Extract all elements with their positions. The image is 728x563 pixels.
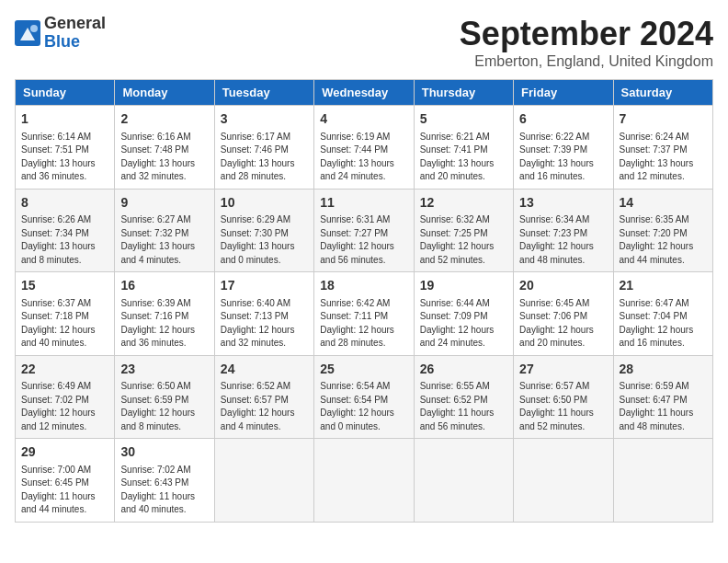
day-number: 18 <box>320 277 407 295</box>
day-number: 23 <box>120 361 208 379</box>
calendar-day-cell: 1Sunrise: 6:14 AM Sunset: 7:51 PM Daylig… <box>16 106 115 190</box>
weekday-header-row: SundayMondayTuesdayWednesdayThursdayFrid… <box>16 80 713 106</box>
calendar-table: SundayMondayTuesdayWednesdayThursdayFrid… <box>15 79 713 523</box>
calendar-day-cell <box>314 439 414 523</box>
calendar-day-cell: 17Sunrise: 6:40 AM Sunset: 7:13 PM Dayli… <box>214 272 313 356</box>
day-number: 1 <box>21 110 108 129</box>
day-info: Sunrise: 6:16 AM Sunset: 7:48 PM Dayligh… <box>120 131 208 184</box>
weekday-header-thursday: Thursday <box>414 80 513 106</box>
day-number: 13 <box>519 194 607 213</box>
day-number: 14 <box>620 194 707 213</box>
day-number: 12 <box>420 194 507 213</box>
calendar-day-cell: 15Sunrise: 6:37 AM Sunset: 7:18 PM Dayli… <box>16 272 115 356</box>
calendar-day-cell: 14Sunrise: 6:35 AM Sunset: 7:20 PM Dayli… <box>613 189 712 272</box>
calendar-day-cell: 12Sunrise: 6:32 AM Sunset: 7:25 PM Dayli… <box>414 189 513 272</box>
day-number: 11 <box>320 194 407 213</box>
day-info: Sunrise: 6:50 AM Sunset: 6:59 PM Dayligh… <box>120 380 208 433</box>
day-number: 7 <box>620 110 707 129</box>
calendar-day-cell: 11Sunrise: 6:31 AM Sunset: 7:27 PM Dayli… <box>314 189 414 272</box>
day-info: Sunrise: 6:24 AM Sunset: 7:37 PM Dayligh… <box>620 131 707 184</box>
calendar-day-cell: 8Sunrise: 6:26 AM Sunset: 7:34 PM Daylig… <box>16 189 115 272</box>
day-info: Sunrise: 6:39 AM Sunset: 7:16 PM Dayligh… <box>120 297 208 350</box>
calendar-day-cell: 28Sunrise: 6:59 AM Sunset: 6:47 PM Dayli… <box>613 355 712 439</box>
calendar-day-cell: 19Sunrise: 6:44 AM Sunset: 7:09 PM Dayli… <box>414 272 513 356</box>
calendar-week-row: 8Sunrise: 6:26 AM Sunset: 7:34 PM Daylig… <box>16 189 713 272</box>
day-number: 22 <box>21 361 108 379</box>
day-info: Sunrise: 6:59 AM Sunset: 6:47 PM Dayligh… <box>620 380 707 433</box>
day-info: Sunrise: 6:22 AM Sunset: 7:39 PM Dayligh… <box>519 131 607 184</box>
day-number: 28 <box>620 361 707 379</box>
day-info: Sunrise: 6:47 AM Sunset: 7:04 PM Dayligh… <box>620 297 707 350</box>
calendar-day-cell: 25Sunrise: 6:54 AM Sunset: 6:54 PM Dayli… <box>314 355 414 439</box>
calendar-day-cell: 13Sunrise: 6:34 AM Sunset: 7:23 PM Dayli… <box>514 189 613 272</box>
calendar-day-cell: 20Sunrise: 6:45 AM Sunset: 7:06 PM Dayli… <box>514 272 613 356</box>
day-number: 17 <box>221 277 308 295</box>
calendar-day-cell: 26Sunrise: 6:55 AM Sunset: 6:52 PM Dayli… <box>414 355 513 439</box>
day-info: Sunrise: 6:29 AM Sunset: 7:30 PM Dayligh… <box>221 213 308 267</box>
day-info: Sunrise: 6:55 AM Sunset: 6:52 PM Dayligh… <box>420 380 507 433</box>
day-info: Sunrise: 6:17 AM Sunset: 7:46 PM Dayligh… <box>221 131 308 184</box>
day-info: Sunrise: 6:40 AM Sunset: 7:13 PM Dayligh… <box>221 297 308 350</box>
calendar-day-cell: 23Sunrise: 6:50 AM Sunset: 6:59 PM Dayli… <box>115 355 214 439</box>
weekday-header-monday: Monday <box>115 80 214 106</box>
calendar-week-row: 22Sunrise: 6:49 AM Sunset: 7:02 PM Dayli… <box>16 355 713 439</box>
calendar-day-cell: 3Sunrise: 6:17 AM Sunset: 7:46 PM Daylig… <box>214 106 313 190</box>
calendar-day-cell: 27Sunrise: 6:57 AM Sunset: 6:50 PM Dayli… <box>514 355 613 439</box>
weekday-header-wednesday: Wednesday <box>314 80 414 106</box>
page-header: General Blue September 2024 Emberton, En… <box>15 15 713 70</box>
day-number: 19 <box>420 277 507 295</box>
day-number: 30 <box>120 443 208 462</box>
calendar-day-cell: 16Sunrise: 6:39 AM Sunset: 7:16 PM Dayli… <box>115 272 214 356</box>
logo-icon <box>15 20 40 46</box>
day-number: 25 <box>320 361 407 379</box>
day-info: Sunrise: 7:00 AM Sunset: 6:45 PM Dayligh… <box>21 464 108 517</box>
calendar-day-cell: 29Sunrise: 7:00 AM Sunset: 6:45 PM Dayli… <box>16 439 115 523</box>
day-number: 15 <box>21 277 108 295</box>
day-number: 10 <box>221 194 308 213</box>
day-number: 24 <box>221 361 308 379</box>
calendar-day-cell: 6Sunrise: 6:22 AM Sunset: 7:39 PM Daylig… <box>514 106 613 190</box>
day-info: Sunrise: 6:54 AM Sunset: 6:54 PM Dayligh… <box>320 380 407 433</box>
calendar-week-row: 15Sunrise: 6:37 AM Sunset: 7:18 PM Dayli… <box>16 272 713 356</box>
calendar-day-cell: 22Sunrise: 6:49 AM Sunset: 7:02 PM Dayli… <box>16 355 115 439</box>
calendar-day-cell <box>613 439 712 523</box>
day-info: Sunrise: 6:19 AM Sunset: 7:44 PM Dayligh… <box>320 131 407 184</box>
day-number: 29 <box>21 443 108 462</box>
day-number: 2 <box>120 110 208 129</box>
day-info: Sunrise: 6:52 AM Sunset: 6:57 PM Dayligh… <box>221 380 308 433</box>
calendar-day-cell: 7Sunrise: 6:24 AM Sunset: 7:37 PM Daylig… <box>613 106 712 190</box>
day-info: Sunrise: 6:32 AM Sunset: 7:25 PM Dayligh… <box>420 213 507 267</box>
weekday-header-sunday: Sunday <box>16 80 115 106</box>
day-info: Sunrise: 6:14 AM Sunset: 7:51 PM Dayligh… <box>21 131 108 184</box>
day-info: Sunrise: 6:42 AM Sunset: 7:11 PM Dayligh… <box>320 297 407 350</box>
day-info: Sunrise: 6:21 AM Sunset: 7:41 PM Dayligh… <box>420 131 507 184</box>
day-number: 6 <box>519 110 607 129</box>
day-info: Sunrise: 6:26 AM Sunset: 7:34 PM Dayligh… <box>21 213 108 267</box>
svg-point-2 <box>30 25 38 32</box>
day-number: 4 <box>320 110 407 129</box>
calendar-day-cell: 18Sunrise: 6:42 AM Sunset: 7:11 PM Dayli… <box>314 272 414 356</box>
day-info: Sunrise: 6:57 AM Sunset: 6:50 PM Dayligh… <box>519 380 607 433</box>
calendar-day-cell: 30Sunrise: 7:02 AM Sunset: 6:43 PM Dayli… <box>115 439 214 523</box>
day-info: Sunrise: 7:02 AM Sunset: 6:43 PM Dayligh… <box>120 464 208 517</box>
day-number: 8 <box>21 194 108 213</box>
calendar-day-cell <box>414 439 513 523</box>
title-block: September 2024 Emberton, England, United… <box>460 15 713 70</box>
day-number: 5 <box>420 110 507 129</box>
logo-text: General Blue <box>44 15 106 52</box>
calendar-day-cell: 4Sunrise: 6:19 AM Sunset: 7:44 PM Daylig… <box>314 106 414 190</box>
day-number: 16 <box>120 277 208 295</box>
calendar-day-cell: 5Sunrise: 6:21 AM Sunset: 7:41 PM Daylig… <box>414 106 513 190</box>
calendar-subtitle: Emberton, England, United Kingdom <box>460 53 713 70</box>
calendar-day-cell: 9Sunrise: 6:27 AM Sunset: 7:32 PM Daylig… <box>115 189 214 272</box>
day-info: Sunrise: 6:31 AM Sunset: 7:27 PM Dayligh… <box>320 213 407 267</box>
weekday-header-saturday: Saturday <box>613 80 712 106</box>
day-info: Sunrise: 6:44 AM Sunset: 7:09 PM Dayligh… <box>420 297 507 350</box>
calendar-title: September 2024 <box>460 15 713 53</box>
weekday-header-tuesday: Tuesday <box>214 80 313 106</box>
calendar-week-row: 29Sunrise: 7:00 AM Sunset: 6:45 PM Dayli… <box>16 439 713 523</box>
day-info: Sunrise: 6:27 AM Sunset: 7:32 PM Dayligh… <box>120 213 208 267</box>
day-number: 9 <box>120 194 208 213</box>
calendar-day-cell: 24Sunrise: 6:52 AM Sunset: 6:57 PM Dayli… <box>214 355 313 439</box>
day-info: Sunrise: 6:34 AM Sunset: 7:23 PM Dayligh… <box>519 213 607 267</box>
